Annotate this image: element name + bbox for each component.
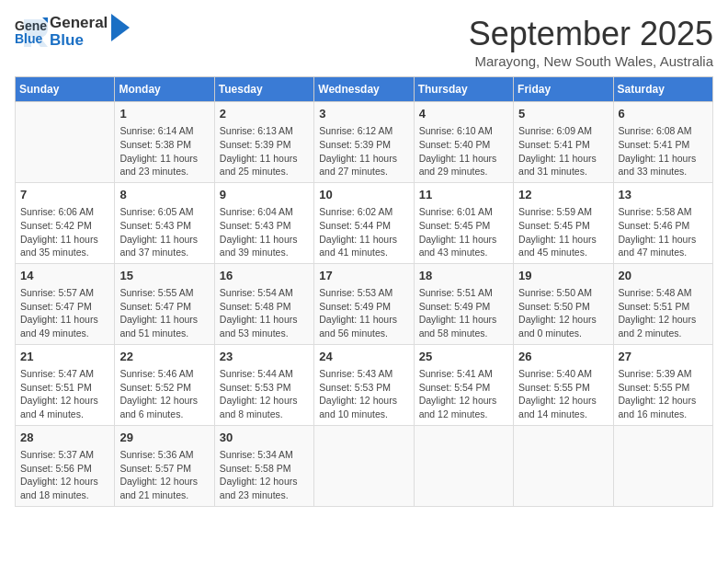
day-info: Sunrise: 5:55 AMSunset: 5:47 PMDaylight:… [119, 286, 209, 340]
day-info: Sunrise: 5:48 AMSunset: 5:51 PMDaylight:… [619, 286, 708, 340]
header: General Blue General Blue September 2025… [15, 15, 713, 69]
day-number: 21 [20, 349, 109, 365]
day-number: 13 [619, 187, 708, 203]
day-number: 16 [220, 268, 309, 284]
day-number: 7 [20, 187, 109, 203]
day-info: Sunrise: 6:01 AMSunset: 5:45 PMDaylight:… [419, 205, 508, 259]
day-number: 12 [518, 187, 608, 203]
day-header-wednesday: Wednesday [314, 77, 414, 102]
calendar-cell: 28Sunrise: 5:37 AMSunset: 5:56 PMDayligh… [16, 425, 115, 506]
title-area: September 2025 Marayong, New South Wales… [469, 15, 713, 69]
day-info: Sunrise: 5:54 AMSunset: 5:48 PMDaylight:… [220, 286, 309, 340]
day-header-friday: Friday [514, 77, 613, 102]
calendar-cell [414, 425, 513, 506]
calendar-cell: 24Sunrise: 5:43 AMSunset: 5:53 PMDayligh… [314, 344, 414, 425]
day-info: Sunrise: 6:05 AMSunset: 5:43 PMDaylight:… [119, 205, 209, 259]
day-info: Sunrise: 6:13 AMSunset: 5:39 PMDaylight:… [220, 124, 309, 178]
calendar-cell [514, 425, 613, 506]
day-number: 14 [20, 268, 109, 284]
day-info: Sunrise: 5:51 AMSunset: 5:49 PMDaylight:… [419, 286, 508, 340]
calendar-cell: 14Sunrise: 5:57 AMSunset: 5:47 PMDayligh… [16, 263, 115, 344]
calendar-cell: 22Sunrise: 5:46 AMSunset: 5:52 PMDayligh… [115, 344, 214, 425]
day-number: 30 [220, 430, 309, 446]
logo-general: General [50, 15, 108, 32]
calendar-week-5: 28Sunrise: 5:37 AMSunset: 5:56 PMDayligh… [16, 425, 713, 506]
day-number: 22 [119, 349, 209, 365]
svg-text:Blue: Blue [15, 31, 43, 46]
calendar-cell: 9Sunrise: 6:04 AMSunset: 5:43 PMDaylight… [214, 182, 313, 263]
calendar-cell: 25Sunrise: 5:41 AMSunset: 5:54 PMDayligh… [414, 344, 513, 425]
calendar-cell: 1Sunrise: 6:14 AMSunset: 5:38 PMDaylight… [115, 102, 214, 183]
day-info: Sunrise: 6:02 AMSunset: 5:44 PMDaylight:… [319, 205, 408, 259]
calendar-week-3: 14Sunrise: 5:57 AMSunset: 5:47 PMDayligh… [16, 263, 713, 344]
day-number: 3 [319, 106, 408, 122]
day-info: Sunrise: 6:08 AMSunset: 5:41 PMDaylight:… [619, 124, 708, 178]
svg-marker-3 [111, 14, 130, 41]
calendar-cell: 13Sunrise: 5:58 AMSunset: 5:46 PMDayligh… [613, 182, 712, 263]
day-info: Sunrise: 5:37 AMSunset: 5:56 PMDaylight:… [20, 448, 109, 502]
calendar-cell: 26Sunrise: 5:40 AMSunset: 5:55 PMDayligh… [514, 344, 613, 425]
day-number: 18 [419, 268, 508, 284]
day-number: 10 [319, 187, 408, 203]
day-number: 1 [119, 106, 209, 122]
day-info: Sunrise: 5:47 AMSunset: 5:51 PMDaylight:… [20, 367, 109, 421]
calendar-cell: 23Sunrise: 5:44 AMSunset: 5:53 PMDayligh… [214, 344, 313, 425]
calendar-cell [314, 425, 414, 506]
calendar-header-row: SundayMondayTuesdayWednesdayThursdayFrid… [16, 77, 713, 102]
day-number: 9 [220, 187, 309, 203]
day-header-thursday: Thursday [414, 77, 513, 102]
month-title: September 2025 [469, 15, 713, 53]
logo-arrow-icon [111, 14, 130, 41]
day-info: Sunrise: 6:09 AMSunset: 5:41 PMDaylight:… [518, 124, 608, 178]
calendar-cell: 29Sunrise: 5:36 AMSunset: 5:57 PMDayligh… [115, 425, 214, 506]
day-info: Sunrise: 5:59 AMSunset: 5:45 PMDaylight:… [518, 205, 608, 259]
day-number: 29 [119, 430, 209, 446]
calendar-week-1: 1Sunrise: 6:14 AMSunset: 5:38 PMDaylight… [16, 102, 713, 183]
day-info: Sunrise: 6:10 AMSunset: 5:40 PMDaylight:… [419, 124, 508, 178]
calendar-cell: 15Sunrise: 5:55 AMSunset: 5:47 PMDayligh… [115, 263, 214, 344]
day-info: Sunrise: 6:14 AMSunset: 5:38 PMDaylight:… [119, 124, 209, 178]
calendar-cell: 16Sunrise: 5:54 AMSunset: 5:48 PMDayligh… [214, 263, 313, 344]
day-number: 8 [119, 187, 209, 203]
day-number: 26 [518, 349, 608, 365]
calendar-cell: 10Sunrise: 6:02 AMSunset: 5:44 PMDayligh… [314, 182, 414, 263]
calendar-cell: 6Sunrise: 6:08 AMSunset: 5:41 PMDaylight… [613, 102, 712, 183]
day-info: Sunrise: 5:43 AMSunset: 5:53 PMDaylight:… [319, 367, 408, 421]
day-info: Sunrise: 5:44 AMSunset: 5:53 PMDaylight:… [220, 367, 309, 421]
day-header-saturday: Saturday [613, 77, 712, 102]
calendar-cell: 4Sunrise: 6:10 AMSunset: 5:40 PMDaylight… [414, 102, 513, 183]
calendar-cell: 18Sunrise: 5:51 AMSunset: 5:49 PMDayligh… [414, 263, 513, 344]
calendar-body: 1Sunrise: 6:14 AMSunset: 5:38 PMDaylight… [16, 102, 713, 507]
day-info: Sunrise: 5:50 AMSunset: 5:50 PMDaylight:… [518, 286, 608, 340]
calendar-table: SundayMondayTuesdayWednesdayThursdayFrid… [15, 76, 713, 507]
day-number: 20 [619, 268, 708, 284]
calendar-cell: 27Sunrise: 5:39 AMSunset: 5:55 PMDayligh… [613, 344, 712, 425]
day-number: 11 [419, 187, 508, 203]
calendar-cell: 3Sunrise: 6:12 AMSunset: 5:39 PMDaylight… [314, 102, 414, 183]
day-info: Sunrise: 6:04 AMSunset: 5:43 PMDaylight:… [220, 205, 309, 259]
day-info: Sunrise: 5:36 AMSunset: 5:57 PMDaylight:… [119, 448, 209, 502]
day-info: Sunrise: 5:39 AMSunset: 5:55 PMDaylight:… [619, 367, 708, 421]
day-info: Sunrise: 5:34 AMSunset: 5:58 PMDaylight:… [220, 448, 309, 502]
day-number: 24 [319, 349, 408, 365]
calendar-cell: 30Sunrise: 5:34 AMSunset: 5:58 PMDayligh… [214, 425, 313, 506]
calendar-cell: 8Sunrise: 6:05 AMSunset: 5:43 PMDaylight… [115, 182, 214, 263]
day-number: 5 [518, 106, 608, 122]
calendar-cell: 19Sunrise: 5:50 AMSunset: 5:50 PMDayligh… [514, 263, 613, 344]
calendar-cell: 17Sunrise: 5:53 AMSunset: 5:49 PMDayligh… [314, 263, 414, 344]
day-number: 15 [119, 268, 209, 284]
calendar-cell: 2Sunrise: 6:13 AMSunset: 5:39 PMDaylight… [214, 102, 313, 183]
day-header-tuesday: Tuesday [214, 77, 313, 102]
day-number: 2 [220, 106, 309, 122]
day-info: Sunrise: 5:40 AMSunset: 5:55 PMDaylight:… [518, 367, 608, 421]
calendar-cell: 11Sunrise: 6:01 AMSunset: 5:45 PMDayligh… [414, 182, 513, 263]
calendar-cell: 7Sunrise: 6:06 AMSunset: 5:42 PMDaylight… [16, 182, 115, 263]
calendar-cell [16, 102, 115, 183]
calendar-cell [613, 425, 712, 506]
day-info: Sunrise: 5:53 AMSunset: 5:49 PMDaylight:… [319, 286, 408, 340]
calendar-week-2: 7Sunrise: 6:06 AMSunset: 5:42 PMDaylight… [16, 182, 713, 263]
day-info: Sunrise: 5:57 AMSunset: 5:47 PMDaylight:… [20, 286, 109, 340]
day-info: Sunrise: 6:12 AMSunset: 5:39 PMDaylight:… [319, 124, 408, 178]
day-info: Sunrise: 5:46 AMSunset: 5:52 PMDaylight:… [119, 367, 209, 421]
logo-blue: Blue [50, 32, 108, 50]
